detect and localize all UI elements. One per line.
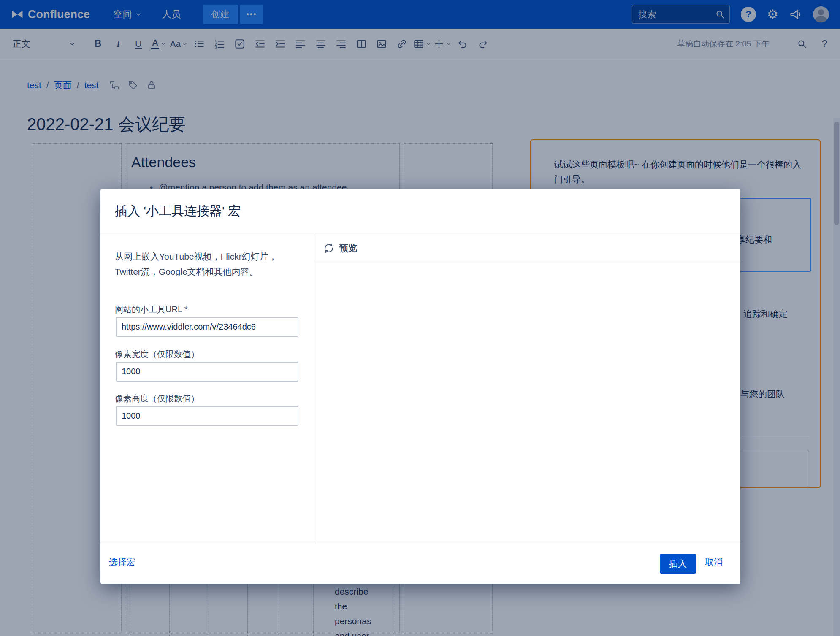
preview-label: 预览 — [339, 242, 357, 254]
dialog-footer-divider — [100, 543, 740, 543]
select-macro-link[interactable]: 选择宏 — [109, 556, 135, 568]
dialog-vertical-divider — [314, 233, 314, 543]
insert-button[interactable]: 插入 — [660, 554, 696, 574]
pixel-width-label: 像素宽度（仅限数值） — [115, 349, 199, 360]
dialog-title: 插入 '小工具连接器' 宏 — [115, 203, 241, 220]
macro-description: 从网上嵌入YouTube视频，Flickr幻灯片，Twitter流，Google… — [115, 249, 301, 279]
pixel-height-input[interactable] — [116, 406, 298, 426]
widget-url-label: 网站的小工具URL * — [115, 304, 188, 315]
widget-connector-macro-dialog: 插入 '小工具连接器' 宏 从网上嵌入YouTube视频，Flickr幻灯片，T… — [100, 189, 740, 584]
cancel-button[interactable]: 取消 — [705, 556, 723, 568]
preview-divider — [314, 263, 740, 263]
preview-header: 预览 — [323, 242, 357, 254]
widget-url-input[interactable] — [116, 317, 298, 337]
pixel-width-input[interactable] — [116, 362, 298, 382]
refresh-icon[interactable] — [323, 243, 334, 254]
pixel-height-label: 像素高度（仅限数值） — [115, 393, 199, 404]
dialog-header-divider — [100, 233, 740, 233]
confluence-app: Confluence 空间 人员 创建 ••• ? — [0, 0, 840, 636]
